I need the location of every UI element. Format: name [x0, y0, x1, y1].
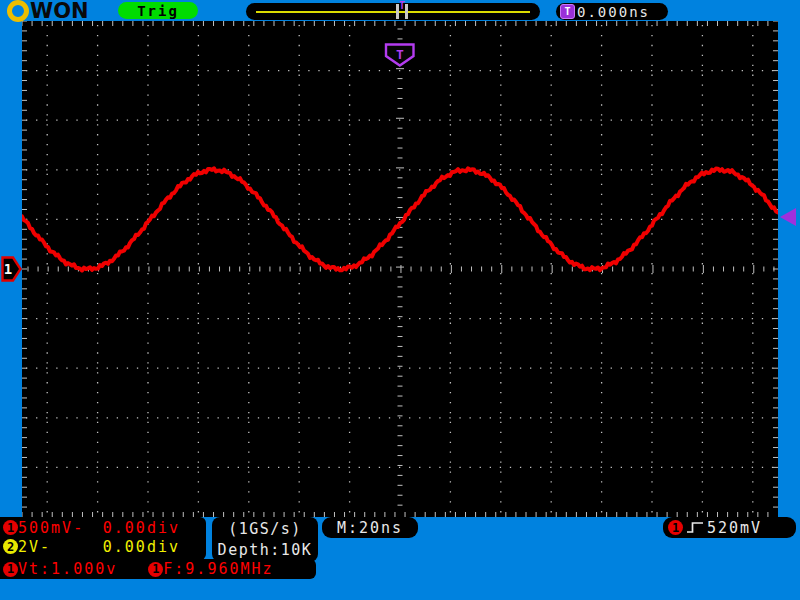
channel1-zero-marker[interactable]: 1 [1, 256, 23, 282]
channel1-badge-icon: 1 [3, 520, 18, 535]
trigger-status-badge: Trig [118, 2, 198, 19]
owon-logo-o-icon [7, 0, 29, 22]
channel1-offset: 0.00div [103, 518, 180, 538]
channel2-badge-icon: 2 [3, 539, 18, 554]
trigger-level-marker[interactable] [780, 208, 796, 226]
channel1-row[interactable]: 1 500mV- 0.00div [0, 518, 206, 537]
hpos-trigger-marker: T [396, 1, 408, 11]
trigger-time-value: 0.000ns [577, 4, 650, 20]
measure-frequency: F:9.960MHz [163, 559, 273, 579]
sample-rate: (1GS/s) [228, 519, 302, 540]
measurement-box: 1 Vt:1.000v 1 F:9.960MHz [0, 559, 316, 579]
trigger-channel-badge-icon: 1 [668, 520, 683, 535]
owon-logo-text: WON [30, 1, 89, 21]
trigger-level-value: 520mV [707, 518, 762, 538]
owon-logo: WON [7, 1, 89, 21]
trigger-settings-box[interactable]: 1 520mV [663, 517, 796, 538]
svg-text:1: 1 [4, 261, 12, 277]
trigger-time-badge: T 0.000ns [556, 3, 668, 20]
timebase-value: M:20ns [337, 518, 403, 538]
channel-info-box: 1 500mV- 0.00div 2 2V- 0.00div [0, 517, 206, 560]
trigger-position-marker[interactable]: T [384, 43, 416, 68]
horizontal-position-bar[interactable]: T [246, 3, 540, 20]
memory-depth: Depth:10K [218, 540, 313, 561]
channel2-scale: 2V- [18, 537, 51, 557]
record-extent-line [256, 11, 530, 13]
rising-edge-icon [686, 519, 705, 536]
top-status-bar: WON Trig T T 0.000ns [0, 0, 800, 21]
oscilloscope-screen: WON Trig T T 0.000ns T 1 1 500mV- [0, 0, 800, 600]
trigger-t-icon: T [560, 4, 575, 19]
waveform-plot [22, 21, 778, 517]
channel2-row[interactable]: 2 2V- 0.00div [0, 537, 206, 556]
measure-vt: Vt:1.000v [18, 559, 117, 579]
graticule-area: T [22, 21, 778, 517]
trigger-status-label: Trig [137, 3, 179, 19]
svg-text:T: T [396, 47, 404, 62]
channel1-scale: 500mV- [18, 518, 84, 538]
timebase-box[interactable]: M:20ns [322, 517, 418, 538]
channel2-offset: 0.00div [103, 537, 180, 557]
measure-ch1-badge2-icon: 1 [148, 562, 163, 577]
acquisition-info-box: (1GS/s) Depth:10K [212, 517, 318, 562]
measure-ch1-badge-icon: 1 [3, 562, 18, 577]
